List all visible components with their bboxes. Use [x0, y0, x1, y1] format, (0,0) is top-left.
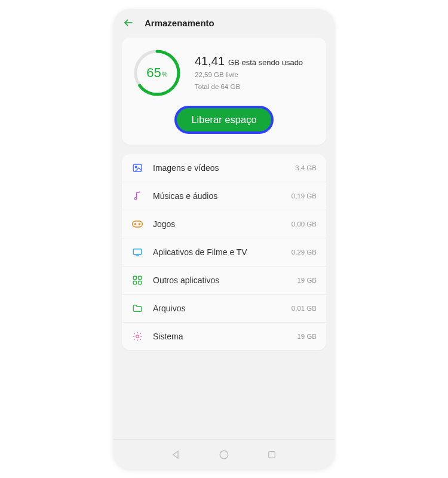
category-label: Outros aplicativos — [153, 275, 287, 285]
category-label: Sistema — [153, 332, 287, 341]
category-size: 0,29 GB — [291, 249, 317, 256]
usage-used-amount: 41,41 — [195, 54, 225, 68]
svg-rect-11 — [133, 276, 136, 279]
category-row[interactable]: Aplicativos de Filme e TV0,29 GB — [122, 238, 326, 266]
usage-percent-suffix: % — [162, 71, 168, 78]
app-header: Armazenamento — [113, 9, 335, 34]
category-row[interactable]: Jogos0,00 GB — [122, 210, 326, 238]
category-size: 0,19 GB — [291, 192, 317, 200]
nav-recent-icon[interactable] — [266, 449, 278, 461]
usage-text: 41,41 GB está sendo usado 22,59 GB livre… — [195, 54, 303, 91]
back-arrow-icon[interactable] — [123, 17, 134, 28]
category-label: Imagens e vídeos — [153, 163, 286, 173]
nav-home-icon[interactable] — [218, 449, 230, 461]
category-label: Músicas e áudios — [153, 191, 282, 201]
svg-point-5 — [134, 198, 136, 200]
usage-percent: 65 % — [133, 48, 182, 97]
free-space-button[interactable]: Liberar espaço — [177, 108, 271, 131]
svg-rect-9 — [133, 249, 142, 255]
svg-point-15 — [136, 335, 139, 338]
svg-rect-13 — [133, 281, 136, 284]
category-size: 19 GB — [297, 333, 317, 340]
category-label: Jogos — [153, 219, 282, 229]
category-size: 3,4 GB — [295, 164, 317, 171]
category-size: 0,00 GB — [291, 220, 317, 228]
category-row[interactable]: Músicas e áudios0,19 GB — [122, 182, 326, 210]
gear-icon — [131, 330, 143, 342]
usage-free-label: 22,59 GB livre — [195, 70, 303, 79]
svg-point-4 — [135, 166, 137, 168]
usage-used-unit: GB está sendo usado — [228, 58, 303, 67]
storage-categories-card: Imagens e vídeos3,4 GBMúsicas e áudios0,… — [122, 154, 326, 350]
usage-total-label: Total de 64 GB — [195, 82, 303, 91]
category-row[interactable]: Arquivos0,01 GB — [122, 295, 326, 323]
usage-ring: 65 % — [133, 48, 182, 97]
free-space-button-wrap: Liberar espaço — [133, 108, 315, 131]
svg-rect-14 — [139, 281, 142, 284]
usage-used-line: 41,41 GB está sendo usado — [195, 54, 303, 68]
nav-back-icon[interactable] — [170, 449, 182, 461]
storage-summary-card: 65 % 41,41 GB está sendo usado 22,59 GB … — [122, 38, 326, 145]
category-row[interactable]: Imagens e vídeos3,4 GB — [122, 154, 326, 182]
system-navbar — [113, 439, 335, 469]
category-row[interactable]: Sistema19 GB — [122, 323, 326, 350]
device-frame: Armazenamento 65 % 41,41 GB está sendo u… — [113, 9, 335, 469]
svg-rect-3 — [133, 164, 142, 171]
svg-rect-6 — [133, 221, 143, 227]
svg-marker-16 — [173, 451, 178, 458]
category-label: Arquivos — [153, 304, 282, 313]
apps-icon — [131, 274, 143, 286]
category-size: 0,01 GB — [291, 305, 317, 312]
svg-rect-12 — [139, 276, 142, 279]
category-size: 19 GB — [297, 277, 317, 284]
page-title: Armazenamento — [145, 18, 214, 28]
music-icon — [131, 190, 143, 202]
folder-icon — [131, 302, 143, 314]
games-icon — [131, 218, 143, 230]
svg-point-17 — [220, 451, 228, 458]
category-row[interactable]: Outros aplicativos19 GB — [122, 266, 326, 295]
storage-usage-row: 65 % 41,41 GB está sendo usado 22,59 GB … — [133, 48, 315, 97]
category-label: Aplicativos de Filme e TV — [153, 247, 282, 257]
usage-percent-value: 65 — [146, 65, 161, 81]
svg-point-8 — [139, 223, 140, 225]
image-icon — [131, 162, 143, 174]
tv-icon — [131, 246, 143, 258]
svg-rect-18 — [269, 451, 275, 458]
svg-point-7 — [135, 223, 136, 225]
